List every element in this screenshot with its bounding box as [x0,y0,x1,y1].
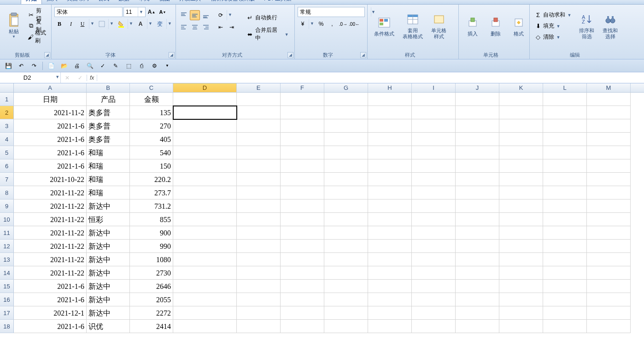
cell-K13[interactable] [499,253,543,266]
chevron-down-icon[interactable]: ▼ [108,19,115,29]
cell-E17[interactable] [237,306,281,320]
cell-G17[interactable] [324,306,368,320]
chevron-down-icon[interactable]: ▼ [555,33,562,41]
col-header-G[interactable]: G [324,83,368,92]
col-header-J[interactable]: J [456,83,499,92]
cell-K6[interactable] [499,159,543,173]
row-header[interactable]: 13 [0,253,14,266]
cell-L14[interactable] [543,266,587,280]
cell-M16[interactable] [587,293,631,306]
cell-J17[interactable] [456,306,499,320]
cell-K17[interactable] [499,306,543,320]
cell-G1[interactable] [324,93,368,106]
cell-H18[interactable] [368,320,412,333]
name-box[interactable]: ▼ [0,72,61,83]
cell-F3[interactable] [281,119,324,133]
cell-F16[interactable] [281,293,324,306]
cell-I11[interactable] [412,226,456,240]
percent-button[interactable]: % [316,19,326,29]
row-header[interactable]: 8 [0,186,14,199]
cell-B17[interactable]: 新达中 [87,306,130,320]
tab-公式[interactable]: 公式 [94,0,114,4]
cell-A7[interactable]: 2021-10-22 [14,173,87,186]
font-color-button[interactable]: A [135,19,146,29]
cell-M17[interactable] [587,306,631,320]
cell-L2[interactable] [543,106,587,119]
cell-H16[interactable] [368,293,412,306]
cell-D3[interactable] [173,119,237,133]
row-header[interactable]: 12 [0,240,14,253]
cell-M7[interactable] [587,173,631,186]
cell-B12[interactable]: 新达中 [87,240,130,253]
cell-F2[interactable] [281,106,324,119]
cell-J10[interactable] [456,213,499,226]
cell-B15[interactable]: 新达中 [87,280,130,293]
cell-G14[interactable] [324,266,368,280]
cell-H8[interactable] [368,186,412,199]
cell-L3[interactable] [543,119,587,133]
cell-I2[interactable] [412,106,456,119]
cell-H10[interactable] [368,213,412,226]
cell-B7[interactable]: 和瑞 [87,173,130,186]
cell-A9[interactable]: 2021-11-22 [14,199,87,213]
cell-D12[interactable] [173,240,237,253]
cell-E13[interactable] [237,253,281,266]
col-header-F[interactable]: F [281,83,324,92]
qat-more[interactable]: ▼ [163,61,172,70]
cell-H14[interactable] [368,266,412,280]
merge-center-button[interactable]: ⬌合并后居中▼ [245,29,292,39]
fill-color-button[interactable] [116,19,126,29]
fill-button[interactable]: ⬇填充▼ [533,21,574,31]
cell-D16[interactable] [173,293,237,306]
cell-C11[interactable]: 900 [130,226,173,240]
cell-D10[interactable] [173,213,237,226]
cell-K8[interactable] [499,186,543,199]
cell-A14[interactable]: 2021-11-22 [14,266,87,280]
cell-C3[interactable]: 270 [130,119,173,133]
cell-G4[interactable] [324,133,368,146]
cell-F8[interactable] [281,186,324,199]
cell-J3[interactable] [456,119,499,133]
qat-btn-2[interactable]: ✎ [111,61,120,70]
preview-button[interactable]: 🔍 [85,61,94,70]
cell-J6[interactable] [456,159,499,173]
cell-B1[interactable]: 产品 [87,93,130,106]
col-header-H[interactable]: H [368,83,412,92]
cell-A15[interactable]: 2021-1-6 [14,280,87,293]
cell-K12[interactable] [499,240,543,253]
cell-H6[interactable] [368,159,412,173]
cell-J12[interactable] [456,240,499,253]
cell-M12[interactable] [587,240,631,253]
cell-B11[interactable]: 新达中 [87,226,130,240]
format-as-table-button[interactable]: 套用 表格格式 [399,11,427,41]
row-header[interactable]: 17 [0,306,14,320]
cell-E1[interactable] [237,93,281,106]
row-header[interactable]: 7 [0,173,14,186]
tab-页面布局[interactable]: 页面布局 [62,0,94,4]
cell-M8[interactable] [587,186,631,199]
cell-J14[interactable] [456,266,499,280]
col-header-A[interactable]: A [14,83,87,92]
cell-I18[interactable] [412,320,456,333]
cell-K4[interactable] [499,133,543,146]
cell-C1[interactable]: 金额 [130,93,173,106]
cell-L8[interactable] [543,186,587,199]
cell-E6[interactable] [237,159,281,173]
cell-F10[interactable] [281,213,324,226]
cell-H15[interactable] [368,280,412,293]
cell-G7[interactable] [324,173,368,186]
cell-F17[interactable] [281,306,324,320]
cell-H4[interactable] [368,133,412,146]
font-size-select[interactable]: ▼ [123,7,146,17]
cell-B10[interactable]: 恒彩 [87,213,130,226]
cell-H1[interactable] [368,93,412,106]
cell-M5[interactable] [587,146,631,159]
cell-C13[interactable]: 1080 [130,253,173,266]
cell-C9[interactable]: 731.2 [130,199,173,213]
cell-I3[interactable] [412,119,456,133]
cell-C7[interactable]: 220.2 [130,173,173,186]
clipboard-dialog-launcher[interactable]: ◢ [44,52,50,58]
cell-B2[interactable]: 奥多普 [87,106,130,119]
cell-I17[interactable] [412,306,456,320]
accounting-format-button[interactable]: ¥ [298,19,308,29]
